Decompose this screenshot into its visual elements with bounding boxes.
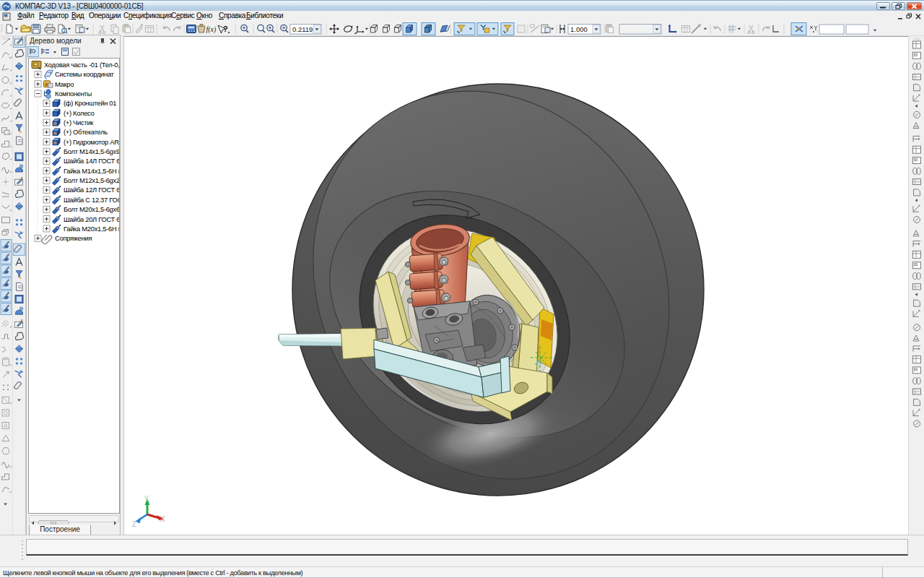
svg-text:(+) Колесо: (+) Колесо [64,109,95,117]
svg-text:(+) Гидромотор ARD: (+) Гидромотор ARD [64,138,119,146]
svg-text:Шайба 14Л ГОСТ 640: Шайба 14Л ГОСТ 640 [64,157,119,165]
svg-text:Болт М12х1,5-6gх25 (: Болт М12х1,5-6gх25 ( [64,176,119,184]
svg-text:Шайба 12Л ГОСТ 640: Шайба 12Л ГОСТ 640 [64,186,119,194]
svg-text:Болт М20х1,5-6gх65 Г: Болт М20х1,5-6gх65 Г [64,205,119,213]
svg-text:0.2119: 0.2119 [292,25,313,33]
svg-text:Z: Z [132,520,136,528]
svg-text:Болт М14х1,5-6gх90 (: Болт М14х1,5-6gх90 ( [64,147,119,155]
svg-text:f(x): f(x) [206,25,217,34]
svg-text:Шайба С 12.37 ГОСТ: Шайба С 12.37 ГОСТ [64,196,119,204]
svg-text:Ходовая часть -01 (Тел-0, Сб: Ходовая часть -01 (Тел-0, Сб [44,61,119,69]
svg-text:(+) Обтекатель: (+) Обтекатель [64,128,108,136]
svg-text:Сопряжения: Сопряжения [55,234,92,242]
svg-text:(ф) Кронштейн 01: (ф) Кронштейн 01 [64,99,116,107]
svg-text:Гайка М20х1,5-6Н ГО: Гайка М20х1,5-6Н ГО [64,225,119,233]
svg-text:Y: Y [144,495,149,503]
svg-text:?: ? [223,25,228,33]
svg-text:Шайба 20Л ГОСТ 640: Шайба 20Л ГОСТ 640 [64,215,119,223]
svg-text:Гайка М14х1,5-6Н (S2: Гайка М14х1,5-6Н (S2 [64,167,119,175]
svg-text:X: X [160,515,165,523]
svg-text:Системы координат: Системы координат [55,70,115,78]
svg-text:Макро: Макро [55,80,74,88]
svg-text:a: a [45,82,48,87]
svg-text:1.000: 1.000 [570,25,588,33]
svg-text:(+) Чистик: (+) Чистик [64,118,94,126]
svg-text:Компоненты: Компоненты [55,90,92,98]
